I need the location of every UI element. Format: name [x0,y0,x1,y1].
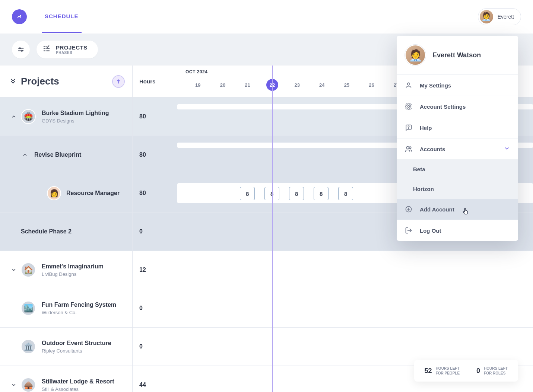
client-name: LiviBug Designs [42,271,104,277]
group-by-pill[interactable]: PROJECTS PHASES [37,41,98,58]
client-name: Ripley Consultants [42,348,111,354]
svg-point-14 [409,128,409,128]
roles-hours-label: HOURS LEFTFOR ROLES [484,366,508,376]
project-row[interactable]: 🏙️Fun Farm Fencing SystemWilderson & Co. [0,289,132,328]
menu-item-label: Beta [413,166,425,172]
hours-cell: 12 [133,251,177,289]
divider [468,365,468,376]
hours-column-header: Hours [133,66,177,98]
project-name: Emmet's Imaginarium [42,263,104,270]
sliders-icon [17,46,25,53]
svg-point-0 [16,14,23,20]
day-cell[interactable]: 19 [185,79,210,91]
svg-point-12 [407,83,410,85]
chevron-up-icon[interactable] [10,114,18,119]
avatar: 🧑‍💼 [480,10,493,23]
hours-title-text: Hours [139,78,155,85]
menu-item-account[interactable]: Horizon [397,179,518,199]
hours-cell: 44 [133,366,177,392]
day-cell[interactable]: 25 [334,79,359,91]
arrow-up-icon [116,79,121,84]
menu-item-label: Log Out [420,227,441,234]
client-name: GDYS Designs [42,118,109,124]
svg-point-5 [21,50,22,51]
project-avatar: 🏙️ [21,301,36,316]
project-name: Stillwater Lodge & Resort [42,378,114,385]
group-by-sublabel: PHASES [56,51,88,55]
resource-row[interactable]: 👩Resource Manager [0,174,132,213]
hour-slot[interactable]: 8 [289,187,304,200]
people-hours-label: HOURS LEFTFOR PEOPLE [436,366,460,376]
day-cell[interactable]: 21 [235,79,260,91]
hours-cell: 80 [133,136,177,174]
menu-item-log-out[interactable]: Log Out [397,220,518,241]
day-cell[interactable]: 23 [285,79,310,91]
chevron-down-icon[interactable] [10,382,18,388]
gear-icon [405,103,414,110]
app-logo[interactable] [12,9,27,24]
day-cell[interactable]: 24 [310,79,334,91]
resource-name: Resource Manager [66,190,120,197]
timeline-row[interactable] [177,251,533,289]
hours-summary-widget: 52 HOURS LEFTFOR PEOPLE 0 HOURS LEFTFOR … [414,360,518,382]
day-cell[interactable]: 20 [210,79,235,91]
chevron-down-icon [504,146,510,153]
project-avatar: 🏟️ [21,109,36,124]
project-avatar: 🛖 [21,377,36,392]
menu-item-my-settings[interactable]: My Settings [397,75,518,96]
resource-avatar: 👩 [47,186,61,200]
svg-point-15 [406,146,409,149]
user-icon [405,82,414,89]
project-avatar: 🏛️ [21,339,36,354]
hour-slot[interactable]: 8 [338,187,353,200]
phase-row[interactable]: Revise Blueprint [0,136,132,174]
today-indicator [272,66,273,392]
timeline-row[interactable] [177,289,533,328]
phase-name: Revise Blueprint [34,152,81,158]
users-icon [405,145,414,153]
filter-button[interactable] [12,41,30,58]
chevron-up-icon[interactable] [21,152,29,157]
phase-row[interactable]: Schedule Phase 2 [0,213,132,251]
collapse-all-button[interactable] [10,76,16,87]
hours-cell: 80 [133,174,177,213]
avatar: 🧑‍💼 [405,45,426,66]
projects-column-header: Projects [0,66,132,98]
cursor-pointer-icon [461,207,470,215]
hour-slot[interactable]: 8 [240,187,255,200]
top-header: SCHEDULE 🧑‍💼 Everett [0,0,533,34]
project-row[interactable]: 🏛️Outdoor Event StructureRipley Consulta… [0,328,132,366]
menu-item-accounts[interactable]: Accounts [397,138,518,159]
menu-item-label: My Settings [420,82,451,89]
log-out-icon [405,227,414,234]
project-row[interactable]: 🏟️Burke Stadium LightingGDYS Designs [0,98,132,136]
phase-name: Schedule Phase 2 [21,228,72,235]
svg-point-13 [408,106,410,108]
sort-button[interactable] [112,75,125,88]
group-by-label: PROJECTS [56,44,88,51]
user-dropdown-menu: 🧑‍💼 Everett Watson My Settings Account S… [397,36,518,241]
hour-slot[interactable]: 8 [314,187,329,200]
svg-point-1 [20,15,21,16]
hours-cell: 0 [133,328,177,366]
menu-item-account[interactable]: Beta [397,159,518,179]
project-name: Burke Stadium Lighting [42,110,109,117]
menu-item-add-account[interactable]: Add Account [397,199,518,220]
roles-hours-value: 0 [476,367,480,375]
hours-column: Hours 8080800120044 [132,66,177,392]
projects-title-text: Projects [21,76,59,87]
user-menu-trigger[interactable]: 🧑‍💼 Everett [478,8,521,25]
menu-item-account-settings[interactable]: Account Settings [397,96,518,117]
project-row[interactable]: 🏠Emmet's ImaginariumLiviBug Designs [0,251,132,289]
day-cell[interactable]: 26 [359,79,384,91]
chevron-down-icon[interactable] [10,267,18,273]
double-chevron-down-icon [10,78,16,85]
project-row[interactable]: 🛖Stillwater Lodge & ResortStill & Associ… [0,366,132,392]
checklist-icon [42,45,51,54]
menu-item-help[interactable]: Help [397,117,518,138]
svg-point-3 [19,48,20,49]
menu-item-label: Accounts [420,146,445,152]
tab-schedule[interactable]: SCHEDULE [42,1,82,33]
hours-cell: 0 [133,289,177,328]
menu-item-label: Help [420,125,432,131]
